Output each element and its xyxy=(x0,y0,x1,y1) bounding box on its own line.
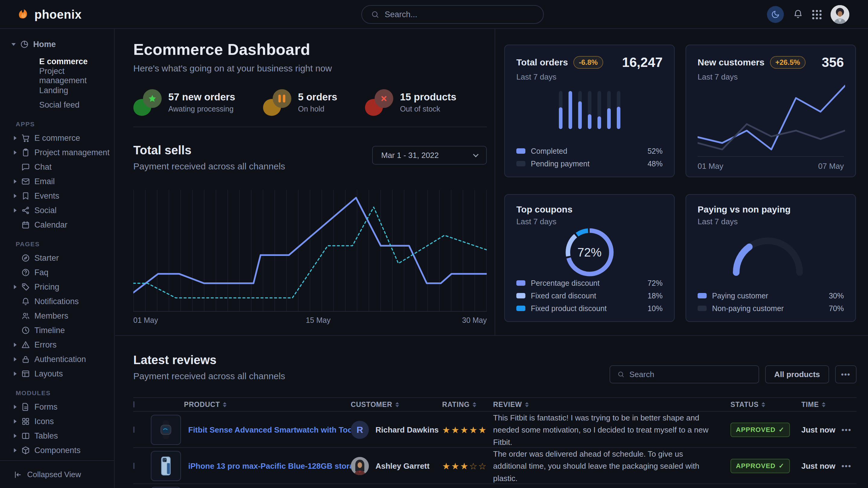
sidebar-item-chat[interactable]: Chat xyxy=(0,160,114,174)
global-search[interactable] xyxy=(361,5,544,24)
alert-triangle-icon xyxy=(21,340,30,349)
share-icon xyxy=(21,206,30,215)
brand-logo[interactable]: phoenix xyxy=(16,0,82,29)
star-icon xyxy=(143,89,162,108)
column-header-time[interactable]: TIME xyxy=(801,400,841,409)
sidebar-item-faq[interactable]: Faq xyxy=(0,265,114,280)
paying-gauge-chart xyxy=(728,234,813,279)
file-text-icon xyxy=(21,402,30,412)
search-icon xyxy=(617,370,625,378)
sidebar-item-forms[interactable]: Forms xyxy=(0,400,114,414)
sidebar-item-layouts[interactable]: Layouts xyxy=(0,366,114,381)
apps-grid-button[interactable] xyxy=(812,10,822,19)
stat-new-orders: 57 new ordersAwating processing xyxy=(133,88,235,116)
bell-icon xyxy=(21,297,30,306)
legend-non-paying-customer: Non-paying customer70% xyxy=(698,302,844,315)
reviews-search-input[interactable] xyxy=(629,370,751,379)
sidebar-item-label: Home xyxy=(33,40,56,49)
sidebar-section-pages: PAGES xyxy=(0,240,114,248)
chevron-right-icon xyxy=(14,434,18,438)
layout-icon xyxy=(21,369,30,378)
sidebar-item-notifications[interactable]: Notifications xyxy=(0,294,114,308)
lock-icon xyxy=(21,355,30,364)
table-more-button[interactable]: ••• xyxy=(835,365,857,383)
review-text: The order was delivered ahead of schedul… xyxy=(493,448,731,484)
review-time: Just now xyxy=(801,425,841,435)
customer-avatar xyxy=(351,457,369,475)
sort-icon xyxy=(223,402,226,407)
column-header-status[interactable]: STATUS xyxy=(731,400,801,409)
sidebar-item-icons[interactable]: Icons xyxy=(0,414,114,429)
user-avatar[interactable] xyxy=(831,5,849,24)
users-icon xyxy=(21,312,30,320)
horizontal-divider xyxy=(115,335,868,336)
date-range-select[interactable]: Mar 1 - 31, 2022 xyxy=(372,146,487,165)
sidebar-item-email[interactable]: Email xyxy=(0,174,114,189)
search-icon xyxy=(371,10,379,19)
sidebar-subitem-project-management[interactable]: Project management xyxy=(39,69,114,83)
column-header-customer[interactable]: CUSTOMER xyxy=(351,400,442,409)
select-all-checkbox[interactable] xyxy=(133,401,134,408)
total-sells-x-axis: 01 May 15 May 30 May xyxy=(133,316,487,325)
card-title: Total orders xyxy=(516,57,568,67)
column-header-review[interactable]: REVIEW xyxy=(493,400,731,409)
sidebar-item-authentication[interactable]: Authentication xyxy=(0,352,114,366)
main-content: Ecommerce Dashboard Here's what's going … xyxy=(115,29,868,488)
vertical-divider xyxy=(495,29,495,335)
product-thumbnail xyxy=(151,415,181,445)
sidebar-item-home[interactable]: Home xyxy=(0,37,114,51)
sidebar-item-members[interactable]: Members xyxy=(0,308,114,323)
sidebar-item-ecommerce-app[interactable]: E commerce xyxy=(0,131,114,145)
chevron-down-icon xyxy=(473,152,478,157)
product-link[interactable]: iPhone 13 pro max-Pacific Blue-128GB sto… xyxy=(188,461,351,471)
row-actions-button[interactable]: ••• xyxy=(841,461,857,471)
product-link[interactable]: Fitbit Sense Advanced Smartwatch with To… xyxy=(188,425,351,435)
all-products-button[interactable]: All products xyxy=(765,365,829,383)
compass-icon xyxy=(21,254,30,263)
sidebar-item-components[interactable]: Components xyxy=(0,443,114,458)
pause-icon xyxy=(273,89,291,108)
tag-icon xyxy=(21,283,30,291)
sidebar-subitem-landing[interactable]: Landing xyxy=(39,83,114,98)
legend-fixed-product-discount: Fixed product discount10% xyxy=(516,302,662,315)
sidebar-item-errors[interactable]: Errors xyxy=(0,337,114,352)
row-checkbox[interactable] xyxy=(133,426,134,433)
sidebar-subitem-social-feed[interactable]: Social feed xyxy=(39,98,114,112)
notifications-button[interactable] xyxy=(793,9,803,20)
sidebar-item-calendar[interactable]: Calendar xyxy=(0,218,114,232)
collapsed-view-toggle[interactable]: Collapsed View xyxy=(0,460,114,488)
sidebar-item-pricing[interactable]: Pricing xyxy=(0,280,114,294)
review-time: Just now xyxy=(801,461,841,471)
collapse-sidebar-icon xyxy=(13,470,22,479)
sidebar-item-social[interactable]: Social xyxy=(0,203,114,218)
grid-icon xyxy=(21,417,30,426)
column-header-product[interactable]: PRODUCT xyxy=(151,400,351,409)
sidebar-item-project-management-app[interactable]: Project management xyxy=(0,145,114,160)
trend-badge: +26.5% xyxy=(770,56,806,69)
calendar-icon xyxy=(21,220,30,229)
trend-badge: -6.8% xyxy=(574,56,603,69)
bell-icon xyxy=(793,9,803,19)
review-text: This Fitbit is fantastic! I was trying t… xyxy=(493,412,731,448)
column-header-rating[interactable]: RATING xyxy=(442,400,493,409)
sidebar-item-events[interactable]: Events xyxy=(0,189,114,203)
row-checkbox[interactable] xyxy=(133,463,134,469)
bookmark-icon xyxy=(21,191,30,200)
new-customers-value: 356 xyxy=(822,55,844,70)
sidebar: Home E commerce Project management Landi… xyxy=(0,29,115,488)
chevron-right-icon xyxy=(14,372,18,376)
total-orders-bar-chart xyxy=(559,91,620,129)
check-icon: ✓ xyxy=(778,462,784,470)
sidebar-item-tables[interactable]: Tables xyxy=(0,429,114,443)
row-actions-button[interactable]: ••• xyxy=(841,425,857,435)
reviews-search[interactable] xyxy=(610,365,759,383)
cube-icon xyxy=(21,446,30,455)
card-total-orders: Total orders -6.8% 16,247 Last 7 days Co… xyxy=(504,44,675,177)
chat-icon xyxy=(21,162,30,171)
sidebar-item-starter[interactable]: Starter xyxy=(0,251,114,265)
sidebar-item-timeline[interactable]: Timeline xyxy=(0,323,114,337)
page-subtitle: Here's what's going on at your business … xyxy=(133,63,332,73)
sort-icon xyxy=(473,402,476,407)
global-search-input[interactable] xyxy=(384,10,534,19)
theme-toggle-button[interactable] xyxy=(767,6,784,23)
